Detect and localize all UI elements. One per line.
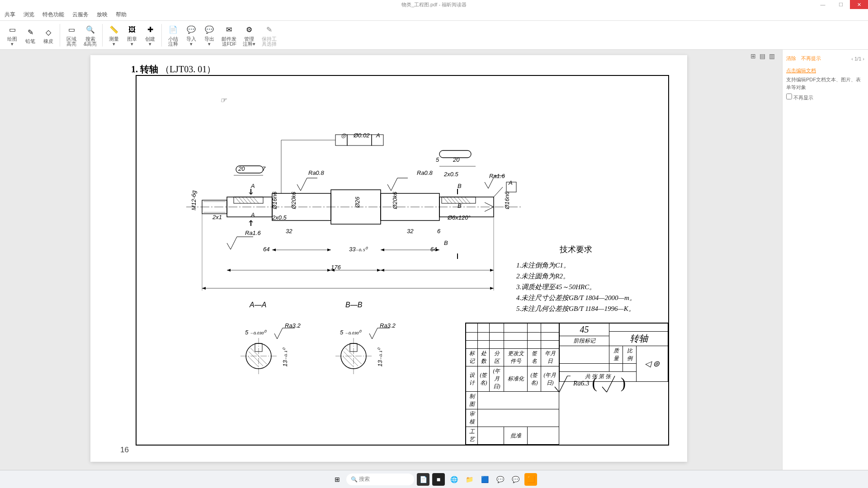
dim-7: 7 — [262, 165, 265, 172]
task-browser[interactable]: 🌐 — [448, 473, 460, 486]
panel-header: 清除 不再提示 ‹ 1/1 › — [786, 53, 864, 64]
section-views-svg — [227, 306, 453, 383]
view-continuous-icon[interactable]: ▥ — [769, 52, 775, 60]
section-aa-tol13: 13₋₀.₁⁰ — [282, 348, 288, 366]
ra-16r: Ra1.6 — [489, 173, 505, 179]
svg-line-10 — [250, 197, 255, 203]
summary-icon: 📄 — [167, 24, 179, 36]
tool-manage-comments[interactable]: ⚙管理 注释▾ — [240, 23, 258, 47]
svg-line-32 — [494, 187, 503, 197]
menu-present[interactable]: 放映 — [97, 11, 108, 19]
task-app-2[interactable]: ■ — [432, 473, 445, 486]
close-button[interactable]: ✕ — [850, 0, 868, 9]
menu-features[interactable]: 特色功能 — [42, 11, 64, 19]
section-aa-ra: Ra3.2 — [285, 322, 301, 329]
nav-next-icon[interactable]: › — [863, 56, 864, 61]
panel-clear-button[interactable]: 清除 — [786, 56, 796, 61]
dim-dia26: Ø26 — [354, 197, 361, 208]
dim-20-right: 20 — [453, 156, 459, 163]
tech-req-1: 1.未注倒角为C1。 — [516, 260, 636, 271]
tool-keep-selection[interactable]: ✎保持工 具选择 — [259, 23, 279, 47]
dim-hole: Ø6x120° — [448, 214, 471, 221]
tool-search-highlight[interactable]: 🔍搜索 &高亮 — [81, 23, 99, 47]
page-number: 16 — [120, 446, 129, 455]
task-app-4[interactable]: 💬 — [509, 473, 522, 486]
tool-export[interactable]: 💬导出 ▾ — [201, 23, 218, 47]
title-block-right: 45 转轴 阶段标记 质量比例◁ ⊚ 共 张 第 张 — [559, 323, 668, 382]
tech-req-4: 4.未注尺寸公差按GB/T 1804—2000—m。 — [516, 292, 636, 303]
view-grid-icon[interactable]: ⊞ — [750, 52, 756, 60]
tool-stamp[interactable]: 🖼图章 ▾ — [123, 23, 141, 47]
svg-line-55 — [248, 356, 259, 367]
dim-dia16r: Ø16n6 — [504, 192, 510, 209]
section-mark-b-mid: B — [458, 202, 462, 209]
tech-req-2: 2.未注圆角为R2。 — [516, 271, 636, 282]
search-icon: 🔍 — [85, 24, 96, 36]
svg-line-8 — [242, 197, 248, 203]
tech-req-5: 5.未注几何公差按GB/T 1184—1996—K。 — [516, 303, 636, 314]
tool-create[interactable]: ✚创建 ▾ — [142, 23, 159, 47]
section-mark-a-top: A — [251, 183, 255, 189]
menu-cloud[interactable]: 云服务 — [72, 11, 89, 19]
minimize-button[interactable]: — — [814, 0, 832, 9]
view-single-icon[interactable]: ▤ — [760, 52, 765, 60]
window-controls: — ☐ ✕ — [814, 0, 868, 9]
edit-document-link[interactable]: 点击编辑文档 — [786, 67, 864, 74]
dim-6: 6 — [437, 228, 440, 235]
dim-thread: M12-6g — [190, 190, 197, 210]
svg-line-23 — [465, 197, 470, 203]
panel-description: 支持编辑PDF文档文本、图片、表单等对象 — [786, 76, 864, 91]
task-wechat[interactable]: 💬 — [494, 473, 506, 486]
content-area: ⊞ ▤ ▥ 1. 转轴 （LJT03. 01） 16 ☞ — [0, 50, 868, 470]
ra-16l: Ra1.6 — [245, 230, 261, 236]
tool-import[interactable]: 💬导入 ▾ — [183, 23, 200, 47]
tool-measure[interactable]: 📏测量 ▾ — [105, 23, 123, 47]
taskbar: ⊞ 🔍 搜索 📄 ■ 🌐 📁 🟦 💬 💬 🟧 — [0, 470, 868, 488]
svg-line-6 — [235, 197, 241, 203]
document-viewer[interactable]: ⊞ ▤ ▥ 1. 转轴 （LJT03. 01） 16 ☞ — [0, 50, 782, 470]
tool-pencil[interactable]: ✎铅笔 — [22, 25, 39, 45]
page-heading: 1. 转轴 （LJT03. 01） — [131, 63, 216, 75]
svg-line-22 — [461, 197, 467, 203]
tool-summary[interactable]: 📄小结 注释 — [165, 23, 182, 47]
nav-prev-icon[interactable]: ‹ — [851, 56, 853, 61]
panel-dismiss-button[interactable]: 不再提示 — [801, 56, 821, 61]
section-bb-ra: Ra3.2 — [380, 322, 396, 329]
dim-64l: 64 — [263, 246, 269, 253]
tool-email-fdf[interactable]: ✉邮件发 送FDF — [219, 23, 239, 47]
dim-5: 5 — [436, 156, 439, 163]
task-foxit[interactable]: 🟧 — [524, 473, 537, 486]
title-block: 标记处数分区更改文件号签名年月日 设计(签名)(年月日)标准化(签名)(年月日)… — [465, 323, 668, 445]
svg-line-54 — [249, 352, 263, 366]
menu-bar: 共享 浏览 特色功能 云服务 放映 帮助 — [0, 9, 868, 21]
tool-eraser[interactable]: ◇橡皮 — [40, 25, 57, 45]
section-mark-b-top: B — [458, 183, 462, 189]
tool-area-highlight[interactable]: ▭区域 高亮 — [63, 23, 80, 47]
dim-dia16l: Ø16n6 — [271, 192, 278, 209]
task-files[interactable]: 📁 — [463, 473, 476, 486]
start-button[interactable]: ⊞ — [331, 473, 344, 486]
task-app-1[interactable]: 📄 — [417, 473, 429, 486]
view-mode-controls: ⊞ ▤ ▥ — [750, 52, 775, 60]
svg-line-11 — [253, 197, 259, 203]
geom-tol-val: Ø0.02 — [354, 132, 369, 139]
taskbar-search[interactable]: 🔍 搜索 — [346, 474, 414, 485]
geom-tol-sym: ◎ — [341, 132, 346, 139]
separator — [102, 24, 103, 47]
geom-tol-ref: A — [376, 132, 380, 139]
dim-2x05r: 2x0.5 — [444, 171, 458, 178]
dont-show-checkbox[interactable] — [786, 94, 792, 99]
maximize-button[interactable]: ☐ — [832, 0, 850, 9]
panel-checkbox-row: 不再显示 — [786, 94, 864, 101]
svg-line-18 — [447, 197, 452, 203]
menu-view[interactable]: 浏览 — [24, 11, 34, 19]
svg-rect-5 — [234, 197, 263, 203]
task-app-3[interactable]: 🟦 — [478, 473, 491, 486]
tool-draw[interactable]: ▭绘图 ▾ — [4, 23, 21, 47]
menu-share[interactable]: 共享 — [5, 11, 15, 19]
technical-requirements: 技术要求 1.未注倒角为C1。 2.未注圆角为R2。 3.调质处理至45～50H… — [516, 243, 636, 314]
side-panel: 清除 不再提示 ‹ 1/1 › 点击编辑文档 支持编辑PDF文档文本、图片、表单… — [782, 50, 868, 470]
menu-help[interactable]: 帮助 — [116, 11, 127, 19]
dim-2x05l: 2x0.5 — [272, 214, 287, 221]
separator — [161, 24, 162, 47]
